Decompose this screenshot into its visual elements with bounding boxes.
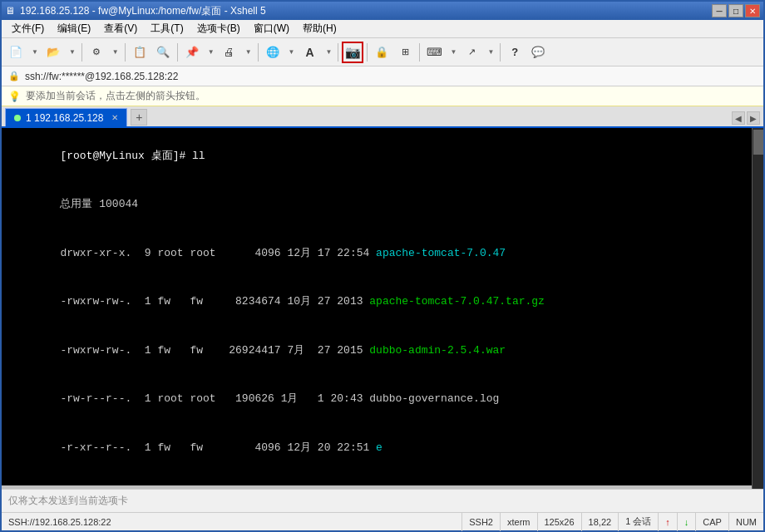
terminal-wrapper: [root@MyLinux 桌面]# ll 总用量 100044 drwxr-x… xyxy=(2,128,763,489)
status-bar: SSH://192.168.25.128:22 SSH2 xterm 125x2… xyxy=(2,512,763,530)
bottom-input-placeholder: 仅将文本发送到当前选项卡 xyxy=(8,494,128,508)
maximize-button[interactable]: □ xyxy=(728,4,743,17)
menu-help[interactable]: 帮助(H) xyxy=(296,20,343,37)
add-tab-button[interactable]: + xyxy=(131,109,147,126)
sep-5 xyxy=(338,43,338,62)
minimize-button[interactable]: ─ xyxy=(712,4,727,17)
globe-button[interactable]: 🌐 xyxy=(262,42,284,63)
terminal-line-5: -rwxrw-rw-. 1 fw fw 26924417 7月 27 2015 … xyxy=(8,326,745,375)
props-dropdown[interactable]: ▼ xyxy=(109,42,121,62)
window: 🖥 192.168.25.128 - fw@MyLinux:/home/fw/桌… xyxy=(0,0,765,532)
info-bar: 💡 要添加当前会话，点击左侧的箭头按钮。 xyxy=(2,86,763,106)
print-button[interactable]: 🖨 xyxy=(219,42,240,63)
close-button[interactable]: ✕ xyxy=(745,4,760,17)
terminal-line-7: -r-xr--r--. 1 fw fw 4096 12月 20 22:51 e xyxy=(8,423,745,472)
properties-button[interactable]: ⚙ xyxy=(86,42,107,63)
status-upload-arrow: ↑ xyxy=(658,513,677,531)
lock-icon: 🔒 xyxy=(8,71,20,81)
status-connection: SSH://192.168.25.128:22 xyxy=(2,517,461,527)
menu-tools[interactable]: 工具(T) xyxy=(144,20,190,37)
tab-nav: ◀ ▶ xyxy=(732,111,760,125)
copy-button[interactable]: 📋 xyxy=(129,42,151,63)
status-session-count: 1 会话 xyxy=(618,513,658,531)
find-button[interactable]: 🔍 xyxy=(152,42,174,63)
info-text: 要添加当前会话，点击左侧的箭头按钮。 xyxy=(26,89,205,103)
menu-view[interactable]: 查看(V) xyxy=(97,20,144,37)
expand-button[interactable]: ⊞ xyxy=(394,42,416,63)
title-bar: 🖥 192.168.25.128 - fw@MyLinux:/home/fw/桌… xyxy=(2,2,763,20)
status-download-arrow: ↓ xyxy=(677,513,696,531)
terminal-line-4: -rwxrw-rw-. 1 fw fw 8234674 10月 27 2013 … xyxy=(8,278,745,327)
menu-edit[interactable]: 编辑(E) xyxy=(51,20,97,37)
sep-2 xyxy=(125,43,126,62)
vertical-scrollbar[interactable] xyxy=(752,128,763,489)
tab-1[interactable]: 1 192.168.25.128 ✕ xyxy=(5,108,127,126)
chat-button[interactable]: 💬 xyxy=(527,42,549,63)
toolbar: 📄 ▼ 📂 ▼ ⚙ ▼ 📋 🔍 📌 ▼ 🖨 ▼ 🌐 ▼ A ▼ 📷 🔒 ⊞ ⌨ … xyxy=(2,38,763,66)
tab-indicator xyxy=(14,115,21,121)
status-caps-lock: CAP xyxy=(695,513,728,531)
info-icon: 💡 xyxy=(8,91,21,102)
sep-7 xyxy=(419,43,420,62)
lock-button[interactable]: 🔒 xyxy=(371,42,392,63)
new-dropdown[interactable]: ▼ xyxy=(28,42,41,62)
sep-6 xyxy=(367,43,368,62)
tab-close-button[interactable]: ✕ xyxy=(111,113,118,122)
bottom-input-bar: 仅将文本发送到当前选项卡 xyxy=(2,489,763,512)
sep-3 xyxy=(177,43,178,62)
title-bar-icon: 🖥 xyxy=(5,5,15,17)
terminal-line-6: -rw-r--r--. 1 root root 190626 1月 1 20:4… xyxy=(8,375,745,424)
print-dropdown[interactable]: ▼ xyxy=(242,42,254,62)
keyboard-button[interactable]: ⌨ xyxy=(423,42,445,63)
font-dropdown[interactable]: ▼ xyxy=(323,42,335,62)
title-bar-title: 192.168.25.128 - fw@MyLinux:/home/fw/桌面 … xyxy=(20,4,266,18)
status-terminal-type: xterm xyxy=(500,513,537,531)
scrollbar-thumb[interactable] xyxy=(753,130,763,155)
open-dropdown[interactable]: ▼ xyxy=(66,42,78,62)
address-bar: 🔒 ssh://fw:******@192.168.25.128:22 xyxy=(2,66,763,86)
status-ssh-version: SSH2 xyxy=(461,513,500,531)
terminal-line-2: 总用量 100044 xyxy=(8,180,745,229)
screenshot-button[interactable]: 📷 xyxy=(342,42,363,63)
terminal-line-3: drwxr-xr-x. 9 root root 4096 12月 17 22:5… xyxy=(8,229,745,278)
menu-window[interactable]: 窗口(W) xyxy=(247,20,296,37)
tab-prev-button[interactable]: ◀ xyxy=(732,111,745,125)
sep-1 xyxy=(81,43,82,62)
new-session-button[interactable]: 📄 xyxy=(5,42,27,63)
tab-next-button[interactable]: ▶ xyxy=(747,111,760,125)
sep-8 xyxy=(500,43,501,62)
globe-dropdown[interactable]: ▼ xyxy=(285,42,298,62)
sep-4 xyxy=(258,43,259,62)
menu-bar: 文件(F) 编辑(E) 查看(V) 工具(T) 选项卡(B) 窗口(W) 帮助(… xyxy=(2,20,763,38)
paste-button[interactable]: 📌 xyxy=(181,42,203,63)
menu-file[interactable]: 文件(F) xyxy=(5,20,51,37)
send-dropdown[interactable]: ▼ xyxy=(484,42,496,62)
paste-dropdown[interactable]: ▼ xyxy=(205,42,217,62)
send-all-button[interactable]: ↗ xyxy=(461,42,482,63)
status-cursor-pos: 18,22 xyxy=(581,513,619,531)
terminal-line-8: -r-xr--r--. 1 fw fw 47144206 5月 14 2017 … xyxy=(8,472,745,486)
terminal-line-1: [root@MyLinux 桌面]# ll xyxy=(8,131,745,180)
menu-tab[interactable]: 选项卡(B) xyxy=(190,20,247,37)
font-button[interactable]: A xyxy=(299,42,321,63)
tab-label: 1 192.168.25.128 xyxy=(26,112,103,124)
kbd-dropdown[interactable]: ▼ xyxy=(447,42,459,62)
terminal[interactable]: [root@MyLinux 桌面]# ll 总用量 100044 drwxr-x… xyxy=(2,128,752,485)
status-terminal-size: 125x26 xyxy=(537,513,581,531)
tab-bar: 1 192.168.25.128 ✕ + ◀ ▶ xyxy=(2,106,763,128)
status-num-lock: NUM xyxy=(728,513,763,531)
help-button[interactable]: ? xyxy=(504,42,526,63)
open-folder-button[interactable]: 📂 xyxy=(42,42,64,63)
address-text: ssh://fw:******@192.168.25.128:22 xyxy=(25,71,178,82)
